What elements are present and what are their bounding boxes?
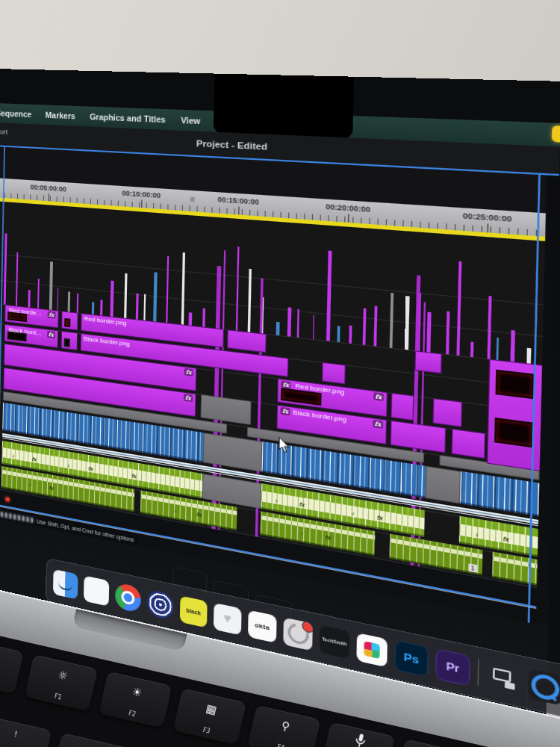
ruler-major-tick xyxy=(347,214,348,223)
clip-fragment-spike xyxy=(470,342,474,357)
dock-icon-finder[interactable] xyxy=(53,568,78,599)
key-fn-label: F3 xyxy=(174,720,240,741)
fx-badge: fx xyxy=(299,501,305,509)
dock-icon-black-app[interactable]: black xyxy=(180,595,208,627)
clip-fragment-spike xyxy=(496,338,499,360)
f1-glyph: ☼ xyxy=(29,662,96,689)
red-frame-thumbnail xyxy=(64,318,70,328)
timeline-clip[interactable] xyxy=(322,362,346,385)
dock-icon-quicktime[interactable] xyxy=(528,669,560,706)
timeline-clip[interactable] xyxy=(451,429,485,459)
dock-icon-okta-verify[interactable]: okta xyxy=(248,610,277,642)
menu-item-graphics-and-titles[interactable]: Graphics and Titles xyxy=(90,112,166,125)
menu-item-view[interactable]: View xyxy=(181,115,200,125)
clip-fragment-spike xyxy=(111,281,113,317)
timeline-clip[interactable] xyxy=(227,329,267,353)
menu-item-sequence[interactable]: Sequence xyxy=(0,108,31,119)
clip-fragment-spike xyxy=(374,306,377,346)
clip-fragment-spike xyxy=(510,330,514,362)
ruler-major-tick xyxy=(48,193,49,201)
fx-badge: fx xyxy=(89,466,94,473)
dock-icon-photos[interactable] xyxy=(84,575,109,606)
premiere-pro-glyph: Pr xyxy=(446,659,459,675)
red-indicator-dot xyxy=(5,497,10,502)
fx-badge: fx xyxy=(47,311,55,318)
clip-fragment-spike xyxy=(143,294,146,320)
dock-icon-spiral-app[interactable] xyxy=(147,589,174,621)
photoshop-glyph: Ps xyxy=(404,650,420,666)
dock-icon-chrome[interactable] xyxy=(115,582,141,613)
fx-badge: fx xyxy=(196,511,202,518)
clip-fragment-spike xyxy=(248,269,252,332)
clip-label: Red border.png xyxy=(84,315,126,328)
clip-fragment-spike xyxy=(349,326,352,344)
clip-fragment-spike xyxy=(57,288,58,311)
timeline-clip[interactable] xyxy=(432,398,462,427)
dock-icon-heart-app[interactable]: ♥ xyxy=(214,602,242,635)
red-frame-thumbnail xyxy=(494,418,534,447)
audio-note-icon: ♪ xyxy=(275,498,278,505)
ruler-marker xyxy=(190,196,195,202)
ruler-timecode: 00:25:00:00 xyxy=(463,211,512,223)
techsmith-capture-glyph: TechSmith xyxy=(322,636,347,647)
clip-fragment-spike xyxy=(166,255,169,323)
timeline-clip[interactable] xyxy=(425,466,461,503)
dock-icon-premiere-pro[interactable]: Pr xyxy=(435,648,470,686)
clip-fragment-spike xyxy=(189,312,193,326)
key-f4[interactable]: ⚲F4 xyxy=(247,705,321,747)
ruler-timecode: 00:05:00:00 xyxy=(31,183,67,193)
menu-item-markers[interactable]: Markers xyxy=(46,111,75,121)
ruler-timecode: 00:20:00:00 xyxy=(326,202,370,214)
audio-note-icon: ♪ xyxy=(67,462,70,469)
timeline-clip[interactable] xyxy=(201,394,252,425)
timeline-clip[interactable] xyxy=(61,311,78,330)
clip-fragment-spike xyxy=(92,302,94,314)
ruler-timecode: 00:15:00:00 xyxy=(217,196,259,207)
clip-fragment-spike xyxy=(405,296,410,350)
timeline-clip[interactable] xyxy=(391,393,414,421)
key-1[interactable]: !1 xyxy=(0,716,52,747)
fx-badge: fx xyxy=(32,456,37,463)
dock-icon-slack[interactable] xyxy=(356,632,388,666)
clip-fragment-spike xyxy=(390,293,394,348)
clip-fragment-spike xyxy=(426,312,431,353)
dock-icon-techsmith-capture[interactable]: TechSmith xyxy=(320,624,350,659)
key-symbol: @ xyxy=(58,740,128,747)
status-item-yellow[interactable] xyxy=(552,125,560,143)
dock-icon-app-windows[interactable] xyxy=(487,660,521,696)
timeline-clip[interactable] xyxy=(414,350,442,374)
clip-fragment-spike xyxy=(456,261,461,356)
fx-badge: fx xyxy=(131,474,137,481)
key-f5[interactable]: F5 xyxy=(321,722,395,747)
camera-notch xyxy=(214,74,354,140)
black-app-glyph: black xyxy=(186,607,201,616)
key-fn-label: F4 xyxy=(248,737,314,747)
key-2[interactable]: @2 € xyxy=(49,733,129,747)
key-f6[interactable]: ☾F6 xyxy=(396,739,470,747)
f4-glyph: ⚲ xyxy=(252,713,320,740)
clip-fragment-spike xyxy=(28,290,31,308)
ruler-major-tick xyxy=(487,223,488,232)
notification-badge xyxy=(302,619,313,633)
black-frame-thumbnail xyxy=(7,331,28,342)
fx-badge: fx xyxy=(47,331,55,339)
clip-fragment-spike xyxy=(327,251,332,341)
clip-fragment-spike xyxy=(287,307,291,337)
key-f1[interactable]: ☼F1 xyxy=(25,654,99,711)
dock-icon-photoshop[interactable]: Ps xyxy=(394,639,428,677)
key-f2[interactable]: ☀F2 xyxy=(99,672,172,728)
dock-icon-badged-app[interactable] xyxy=(283,617,313,651)
timeline-clip[interactable] xyxy=(61,331,78,350)
clip-fragment-spike xyxy=(276,322,279,335)
key-f3[interactable]: ▦F3 xyxy=(172,688,246,745)
okta-verify-glyph: okta xyxy=(255,621,270,631)
clip-fragment-spike xyxy=(181,252,185,324)
key-partial[interactable] xyxy=(0,641,24,694)
clip-fragment-spike xyxy=(527,348,531,364)
fx-badge: fx xyxy=(184,368,193,376)
clip-fragment-spike xyxy=(235,247,239,330)
clip-fragment-spike xyxy=(363,308,367,344)
clip-label: Black border.png xyxy=(84,335,130,349)
red-frame-thumbnail xyxy=(7,311,28,322)
clip-fragment-spike xyxy=(68,291,71,311)
